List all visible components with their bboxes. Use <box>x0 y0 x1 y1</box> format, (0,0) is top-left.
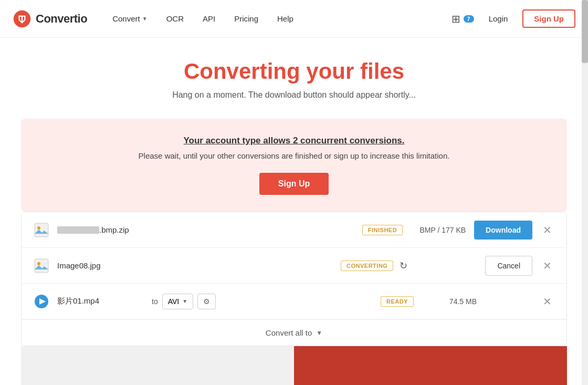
image-file-icon <box>34 222 49 238</box>
nav-convert[interactable]: Convert ▼ <box>104 10 155 27</box>
file-icon-image <box>32 221 51 240</box>
alert-title: Your account type allows 2 concurrent co… <box>42 136 546 146</box>
signup-button[interactable]: Sign Up <box>522 9 575 28</box>
status-badge: FINISHED <box>362 225 403 235</box>
file-list: .bmp.zip FINISHED BMP / 177 KB Download … <box>21 212 567 346</box>
file-name-video: 影片01.mp4 <box>57 296 152 306</box>
file-meta-video: 74.5 MB <box>414 297 477 306</box>
download-button[interactable]: Download <box>474 221 532 240</box>
alert-subtitle: Please wait, until your other conversion… <box>42 151 546 160</box>
nav-api[interactable]: API <box>194 10 224 27</box>
svg-rect-5 <box>35 259 48 273</box>
status-badge-converting: CONVERTING <box>341 261 393 271</box>
file-name-suffix: .bmp.zip <box>99 225 129 234</box>
file-icon-image2 <box>32 256 51 275</box>
convert-all-arrow-icon: ▼ <box>316 329 322 337</box>
scrollbar-thumb[interactable] <box>582 0 588 63</box>
svg-point-6 <box>37 262 40 265</box>
svg-rect-2 <box>35 223 48 237</box>
nav-right: ⊞ 7 Login Sign Up <box>452 9 575 28</box>
navbar: Convertio Convert ▼ OCR API Pricing Help… <box>0 0 588 38</box>
file-icon-video <box>32 292 51 311</box>
image-file-icon-2 <box>34 258 49 274</box>
close-button[interactable]: ✕ <box>539 222 556 238</box>
refresh-icon[interactable]: ↻ <box>400 260 407 272</box>
to-label: to <box>152 297 158 306</box>
convert-all-button[interactable]: Convert all to ▼ <box>266 328 322 337</box>
svg-point-3 <box>37 226 40 230</box>
convert-all-label: Convert all to <box>266 328 312 337</box>
nav-pricing[interactable]: Pricing <box>226 10 267 27</box>
close-button-3[interactable]: ✕ <box>539 293 556 310</box>
logo-text: Convertio <box>36 12 87 26</box>
bottom-strip <box>21 346 567 385</box>
nav-ocr[interactable]: OCR <box>158 10 192 27</box>
video-file-icon <box>34 294 49 309</box>
bottom-right-panel <box>294 346 567 385</box>
page-subtitle: Hang on a moment. The download button sh… <box>21 90 567 100</box>
cancel-button[interactable]: Cancel <box>485 256 532 276</box>
stack-icon: ⊞ <box>452 13 460 25</box>
settings-button[interactable]: ⚙ <box>197 294 216 309</box>
login-link[interactable]: Login <box>482 11 514 26</box>
queue-icon-wrapper[interactable]: ⊞ 7 <box>452 13 474 25</box>
file-name-blurred: .bmp.zip <box>57 225 152 234</box>
alert-box: Your account type allows 2 concurrent co… <box>21 119 567 212</box>
alert-signup-button[interactable]: Sign Up <box>259 173 329 195</box>
main-content: Converting your files Hang on a moment. … <box>10 38 578 385</box>
bottom-left-panel <box>21 346 294 385</box>
page-title: Converting your files <box>21 59 567 84</box>
close-button-2[interactable]: ✕ <box>539 257 556 274</box>
logo-link[interactable]: Convertio <box>13 9 87 28</box>
nav-links: Convert ▼ OCR API Pricing Help <box>104 10 451 27</box>
format-dropdown[interactable]: AVI ▼ <box>162 294 193 309</box>
logo-icon <box>13 9 32 28</box>
file-meta: BMP / 177 KB <box>403 226 466 234</box>
dropdown-arrow-icon: ▼ <box>182 298 187 304</box>
table-row: .bmp.zip FINISHED BMP / 177 KB Download … <box>22 212 566 248</box>
nav-help[interactable]: Help <box>269 10 302 27</box>
table-row: 影片01.mp4 to AVI ▼ ⚙ READY 74.5 MB ✕ <box>22 284 566 319</box>
format-selector: to AVI ▼ ⚙ <box>152 294 216 309</box>
scrollbar[interactable] <box>582 0 588 385</box>
status-badge-ready: READY <box>381 296 414 307</box>
file-name: Image08.jpg <box>57 261 152 270</box>
queue-badge: 7 <box>464 15 474 23</box>
format-value: AVI <box>168 297 180 306</box>
convert-all-bar: Convert all to ▼ <box>22 319 566 346</box>
table-row: Image08.jpg CONVERTING ↻ Cancel ✕ <box>22 248 566 284</box>
blurred-name-part <box>57 226 99 234</box>
convert-chevron-icon: ▼ <box>142 16 148 22</box>
